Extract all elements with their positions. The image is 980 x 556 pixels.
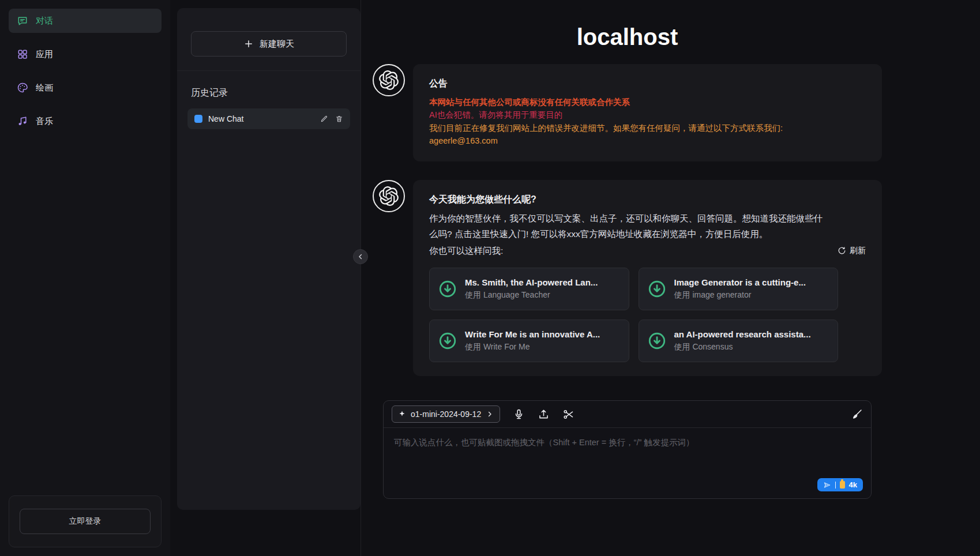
message-input[interactable] xyxy=(393,436,862,474)
suggestion-texts: an AI-powered research assista... 使用 Con… xyxy=(674,329,811,352)
upload-icon[interactable] xyxy=(538,408,550,420)
refresh-icon xyxy=(838,246,846,255)
chat-icon xyxy=(17,15,28,27)
model-selector[interactable]: o1-mini-2024-09-12 xyxy=(392,405,500,423)
suggestion-subtitle: 使用 Language Teacher xyxy=(465,290,598,300)
suggestion-title: Image Generator is a cutting-e... xyxy=(674,277,806,287)
suggestion-card[interactable]: Ms. Smith, the AI-powered Lan... 使用 Lang… xyxy=(429,268,629,310)
chat-list-header: 新建聊天 xyxy=(177,8,361,71)
scissors-icon[interactable] xyxy=(562,408,575,420)
send-icon xyxy=(823,481,831,489)
announcement-line-1: 本网站与任何其他公司或商标没有任何关联或合作关系 xyxy=(429,96,866,108)
sidebar-item-label: 对话 xyxy=(36,16,53,27)
announcement-bubble: 公告 本网站与任何其他公司或商标没有任何关联或合作关系 AI也会犯错。请勿将其用… xyxy=(413,64,882,161)
refresh-label: 刷新 xyxy=(850,246,866,256)
chevron-right-icon xyxy=(486,410,494,418)
suggestion-grid: Ms. Smith, the AI-powered Lan... 使用 Lang… xyxy=(429,268,838,362)
suggestion-title: Ms. Smith, the AI-powered Lan... xyxy=(465,277,598,287)
download-circle-icon xyxy=(647,279,667,299)
contact-email-link[interactable]: ageerle@163.com xyxy=(429,136,498,145)
download-circle-icon xyxy=(647,331,667,351)
palette-icon xyxy=(17,82,28,93)
sparkle-icon xyxy=(398,410,406,418)
sidebar-item-chat[interactable]: 对话 xyxy=(9,9,162,33)
openai-logo-icon xyxy=(379,70,399,90)
sidebar-item-drawing[interactable]: 绘画 xyxy=(9,76,162,100)
welcome-body: 作为你的智慧伙伴，我不仅可以写文案、出点子，还可以和你聊天、回答问题。想知道我还… xyxy=(429,211,827,242)
sidebar-item-label: 应用 xyxy=(36,49,53,60)
history-title: 历史记录 xyxy=(191,87,347,99)
welcome-bubble: 今天我能为您做些什么呢? 作为你的智慧伙伴，我不仅可以写文案、出点子，还可以和你… xyxy=(413,180,882,376)
composer: o1-mini-2024-09-12 xyxy=(383,400,872,499)
model-label: o1-mini-2024-09-12 xyxy=(411,410,481,419)
chat-list-panel: 新建聊天 历史记录 New Chat xyxy=(177,8,361,510)
main-chat-area: localhost 公告 本网站与任何其他公司或商标没有任何关联或合作关系 AI… xyxy=(361,0,980,556)
suggestion-title: Write For Me is an innovative A... xyxy=(465,329,600,339)
announcement-line-3: 我们目前正在修复我们网站上的错误并改进细节。如果您有任何疑问，请通过以下方式联系… xyxy=(429,122,866,134)
suggestion-texts: Ms. Smith, the AI-powered Lan... 使用 Lang… xyxy=(465,277,598,300)
ask-row: 你也可以这样问我: 刷新 xyxy=(429,243,866,258)
panel-divider xyxy=(361,0,361,556)
sidebar-item-label: 音乐 xyxy=(36,116,53,127)
microphone-icon[interactable] xyxy=(513,408,525,420)
ask-label: 你也可以这样问我: xyxy=(429,243,503,258)
suggestion-texts: Write For Me is an innovative A... 使用 Wr… xyxy=(465,329,600,352)
announcement-line-2: AI也会犯错。请勿将其用于重要目的 xyxy=(429,108,866,121)
suggestion-subtitle: 使用 image generator xyxy=(674,290,806,300)
send-token-badge[interactable]: 4k xyxy=(817,478,863,491)
clear-context-brush-icon[interactable] xyxy=(851,408,863,420)
history-list-item[interactable]: New Chat xyxy=(187,108,350,129)
sidebar-item-apps[interactable]: 应用 xyxy=(9,42,162,66)
apps-grid-icon xyxy=(17,48,28,60)
plus-icon xyxy=(243,39,254,49)
suggestion-card[interactable]: Image Generator is a cutting-e... 使用 ima… xyxy=(639,268,839,310)
download-circle-icon xyxy=(438,279,457,299)
assistant-avatar xyxy=(373,180,405,212)
history-item-actions xyxy=(320,115,343,123)
delete-icon[interactable] xyxy=(335,115,343,123)
sidebar-item-label: 绘画 xyxy=(36,82,53,93)
badge-divider xyxy=(835,482,836,489)
sidebar: 对话 应用 绘画 xyxy=(0,0,170,556)
chat-color-swatch xyxy=(194,115,202,123)
app-root: 对话 应用 绘画 xyxy=(0,0,980,556)
composer-toolbar: o1-mini-2024-09-12 xyxy=(384,401,871,428)
token-count-label: 4k xyxy=(849,480,857,489)
login-button[interactable]: 立即登录 xyxy=(20,509,151,534)
message-welcome: 今天我能为您做些什么呢? 作为你的智慧伙伴，我不仅可以写文案、出点子，还可以和你… xyxy=(373,180,882,376)
collapse-panel-button[interactable] xyxy=(353,249,368,264)
welcome-title: 今天我能为您做些什么呢? xyxy=(429,194,866,206)
history-item-title: New Chat xyxy=(208,114,243,123)
suggestion-texts: Image Generator is a cutting-e... 使用 ima… xyxy=(674,277,806,300)
sidebar-item-music[interactable]: 音乐 xyxy=(9,109,162,133)
page-title: localhost xyxy=(373,24,882,50)
openai-logo-icon xyxy=(379,186,399,206)
assistant-avatar xyxy=(373,64,405,96)
music-note-icon xyxy=(17,115,28,127)
token-battery-icon xyxy=(840,481,845,489)
new-chat-label: 新建聊天 xyxy=(260,39,294,50)
download-circle-icon xyxy=(438,331,457,351)
suggestion-card[interactable]: an AI-powered research assista... 使用 Con… xyxy=(639,320,839,362)
refresh-suggestions-button[interactable]: 刷新 xyxy=(838,246,866,256)
edit-icon[interactable] xyxy=(320,115,328,123)
chevron-left-icon xyxy=(356,253,365,261)
suggestion-title: an AI-powered research assista... xyxy=(674,329,811,339)
composer-body: 4k xyxy=(384,428,871,498)
login-box: 立即登录 xyxy=(9,495,162,547)
suggestion-subtitle: 使用 Write For Me xyxy=(465,342,600,352)
announcement-title: 公告 xyxy=(429,78,866,90)
new-chat-button[interactable]: 新建聊天 xyxy=(191,31,347,57)
suggestion-subtitle: 使用 Consensus xyxy=(674,342,811,352)
suggestion-card[interactable]: Write For Me is an innovative A... 使用 Wr… xyxy=(429,320,629,362)
message-announcement: 公告 本网站与任何其他公司或商标没有任何关联或合作关系 AI也会犯错。请勿将其用… xyxy=(373,64,882,161)
